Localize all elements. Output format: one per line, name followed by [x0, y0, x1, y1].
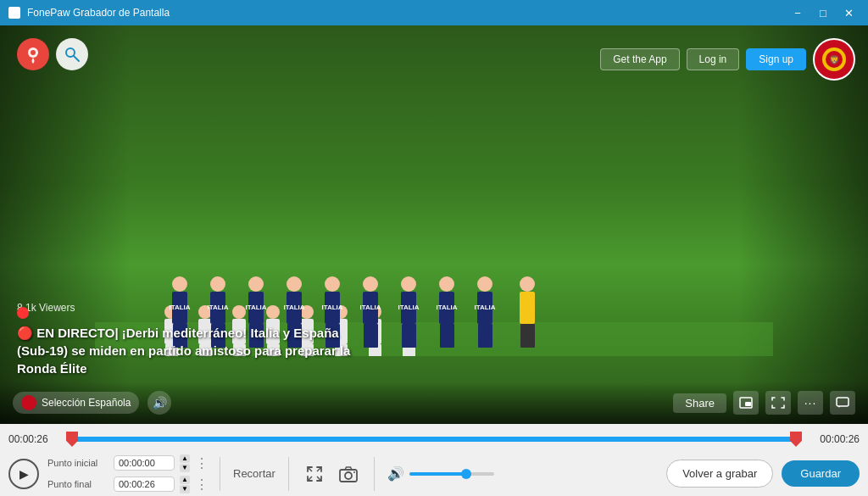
- minimize-button[interactable]: −: [787, 3, 809, 22]
- divider-3: [374, 457, 375, 491]
- get-app-button[interactable]: Get the App: [600, 48, 679, 70]
- svg-rect-74: [837, 398, 849, 406]
- app-title: FonePaw Grabador de Pantalla: [27, 7, 170, 19]
- expand-button[interactable]: [302, 461, 327, 487]
- time-start: 00:00:26: [8, 433, 59, 445]
- svg-point-37: [287, 276, 302, 292]
- trim-start-label: Punto inicial: [47, 458, 108, 468]
- bottom-right-controls: Share ···: [673, 391, 855, 415]
- volver-button[interactable]: Volver a grabar: [666, 460, 773, 488]
- live-badge: [17, 307, 29, 319]
- timeline-row: 00:00:26 00:00:26: [0, 424, 868, 451]
- volume-slider[interactable]: [409, 472, 494, 476]
- trim-controls: Punto inicial ▲ ▼ ⋮ Punto final ▲ ▼ ⋮: [47, 454, 207, 493]
- trim-start-down[interactable]: ▼: [180, 464, 190, 472]
- more-options-button[interactable]: ···: [798, 391, 823, 415]
- svg-point-45: [363, 276, 378, 292]
- expand-icon: [305, 465, 324, 483]
- svg-rect-73: [745, 402, 751, 406]
- trim-end-down[interactable]: ▼: [180, 485, 190, 493]
- trim-end-label: Punto final: [47, 479, 108, 489]
- svg-rect-52: [402, 324, 416, 348]
- fullscreen-icon: [771, 397, 785, 409]
- title-bar-left: FonePaw Grabador de Pantalla: [8, 7, 170, 19]
- fullscreen-button[interactable]: [765, 391, 791, 415]
- svg-point-29: [210, 276, 225, 292]
- pip-icon: [739, 397, 753, 409]
- video-top-left: [17, 38, 88, 70]
- channel-dot: [21, 395, 36, 410]
- trim-end-dots[interactable]: ⋮: [195, 476, 207, 493]
- search-button[interactable]: [56, 38, 88, 70]
- trim-start-dots[interactable]: ⋮: [195, 455, 207, 471]
- svg-text:ITALIA: ITALIA: [436, 304, 457, 311]
- video-top-right: Get the App Log in Sign up 🦁: [600, 38, 855, 81]
- controls-bar: 00:00:26 00:00:26 ▶ Punto inicial ▲ ▼ ⋮: [0, 424, 868, 496]
- svg-line-67: [74, 56, 79, 61]
- trim-start-up[interactable]: ▲: [180, 454, 190, 463]
- svg-text:ITALIA: ITALIA: [398, 304, 419, 311]
- timeline-handle-left[interactable]: [66, 432, 78, 447]
- svg-point-61: [520, 276, 535, 292]
- maximize-button[interactable]: □: [812, 3, 834, 22]
- video-overlay-text: 🔴 EN DIRECTO| ¡Derbi mediterráneo! Itali…: [17, 307, 373, 377]
- divider-2: [288, 457, 289, 491]
- channel-badge[interactable]: Selección Española: [13, 392, 139, 414]
- svg-text:ITALIA: ITALIA: [474, 304, 495, 311]
- video-bottom-bar: Selección Española 🔊 Share: [0, 382, 868, 424]
- svg-rect-62: [520, 292, 535, 324]
- volume-icon: 🔊: [387, 465, 404, 482]
- pip-button[interactable]: [733, 391, 759, 415]
- trim-end-row: Punto final ▲ ▼ ⋮: [47, 476, 207, 493]
- title-bar-controls[interactable]: − □ ✕: [787, 3, 860, 22]
- guardar-button[interactable]: Guardar: [782, 460, 860, 487]
- trim-end-up[interactable]: ▲: [180, 476, 190, 484]
- svg-point-81: [353, 471, 355, 473]
- trim-start-spinner: ▲ ▼: [180, 454, 190, 472]
- timeline-handle-right[interactable]: [790, 432, 802, 447]
- svg-rect-63: [520, 324, 535, 348]
- svg-point-80: [345, 472, 352, 479]
- periscope-button[interactable]: [17, 38, 49, 70]
- trim-end-input[interactable]: [114, 476, 175, 492]
- login-button[interactable]: Log in: [687, 48, 740, 70]
- search-icon: [64, 46, 81, 63]
- signup-button[interactable]: Sign up: [746, 48, 806, 70]
- svg-point-65: [31, 50, 36, 55]
- close-button[interactable]: ✕: [837, 3, 860, 22]
- trim-end-spinner: ▲ ▼: [180, 476, 190, 493]
- svg-rect-60: [478, 324, 492, 348]
- svg-point-57: [477, 276, 492, 292]
- trim-start-row: Punto inicial ▲ ▼ ⋮: [47, 454, 207, 472]
- spain-crest-icon: 🦁: [817, 42, 851, 76]
- play-button[interactable]: ▶: [8, 459, 39, 489]
- chat-icon: [836, 397, 849, 409]
- camera-icon: [339, 465, 358, 482]
- trim-start-input[interactable]: [114, 455, 175, 471]
- spain-logo: 🦁: [813, 38, 855, 81]
- play-icon: ▶: [19, 467, 29, 481]
- divider-1: [220, 457, 220, 491]
- timeline-track[interactable]: [66, 437, 802, 442]
- screenshot-button[interactable]: [336, 461, 361, 487]
- svg-rect-56: [440, 324, 454, 348]
- volume-fill: [409, 472, 465, 476]
- svg-point-49: [401, 276, 416, 292]
- periscope-icon: [24, 45, 42, 64]
- volume-thumb[interactable]: [461, 469, 471, 479]
- recortar-label: Recortar: [233, 467, 275, 480]
- live-title: 🔴 EN DIRECTO| ¡Derbi mediterráneo! Itali…: [17, 324, 373, 377]
- time-end: 00:00:26: [809, 433, 860, 445]
- mute-button[interactable]: 🔊: [147, 391, 171, 415]
- speaker-icon: 🔊: [153, 396, 167, 410]
- bottom-left-controls: Selección Española 🔊: [13, 391, 171, 415]
- svg-point-25: [172, 276, 187, 292]
- svg-point-33: [248, 276, 264, 292]
- svg-point-41: [325, 276, 340, 292]
- more-icon: ···: [804, 396, 817, 410]
- video-background: ITALIA ITALIA ITALIA ITALIA: [0, 25, 868, 424]
- chat-button[interactable]: [830, 391, 855, 415]
- channel-name: Selección Española: [42, 397, 131, 409]
- share-button[interactable]: Share: [673, 393, 726, 413]
- title-bar: FonePaw Grabador de Pantalla − □ ✕: [0, 0, 868, 25]
